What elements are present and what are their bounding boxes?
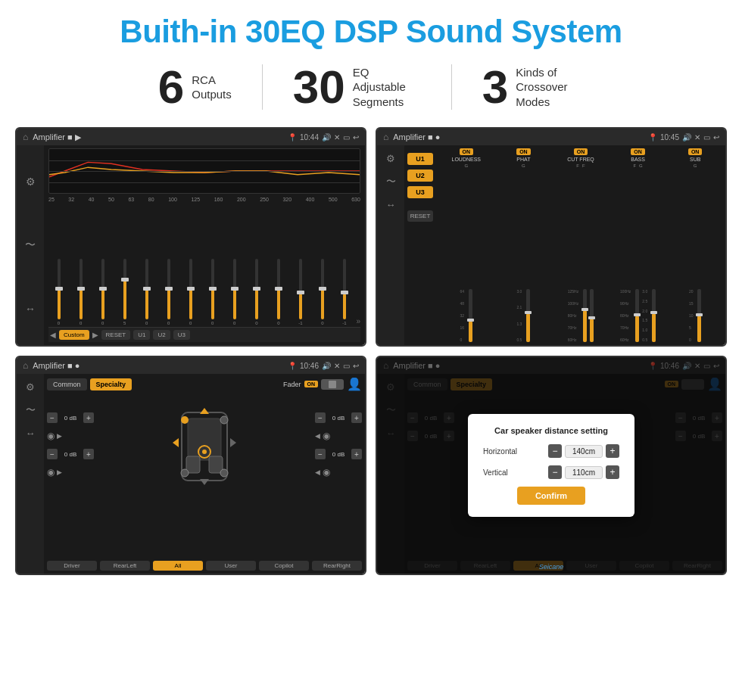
vol-increase-br[interactable]: + xyxy=(351,449,362,459)
slider-track-6[interactable] xyxy=(167,259,170,319)
ch-btn-driver[interactable]: Driver xyxy=(47,561,97,571)
sub-toggle[interactable]: ON xyxy=(688,148,703,155)
bass-slider2-track[interactable] xyxy=(652,289,656,342)
user-icon[interactable]: 👤 xyxy=(347,377,362,391)
slider-track-9[interactable] xyxy=(233,259,236,319)
amp-back-icon[interactable]: ↩ xyxy=(713,133,719,142)
slider-thumb-9[interactable] xyxy=(231,287,238,291)
slider-track-7[interactable] xyxy=(189,259,192,319)
vol-increase-tl[interactable]: + xyxy=(83,412,94,423)
slider-thumb-1[interactable] xyxy=(55,287,63,291)
slider-track-1[interactable] xyxy=(58,259,61,319)
dialog-confirm-button[interactable]: Confirm xyxy=(517,487,585,505)
dialog-vertical-decrease[interactable]: − xyxy=(548,465,562,479)
slider-track-2[interactable] xyxy=(80,259,83,319)
ch-btn-rearleft[interactable]: RearLeft xyxy=(100,561,150,571)
ch-btn-copilot[interactable]: Copilot xyxy=(259,561,309,571)
amp-home-icon[interactable]: ⌂ xyxy=(383,132,388,142)
slider-track-10[interactable] xyxy=(255,259,258,319)
eq-next-icon[interactable]: ▶ xyxy=(92,331,98,339)
loudness-slider-track[interactable] xyxy=(469,289,472,342)
bass-slider2-thumb[interactable] xyxy=(650,311,657,314)
eq-btn-u3[interactable]: U3 xyxy=(173,330,190,340)
bass-toggle[interactable]: ON xyxy=(631,148,645,155)
eq-btn-custom[interactable]: Custom xyxy=(59,330,89,340)
slider-track-13[interactable] xyxy=(321,259,324,319)
eq-sliders: 0 0 xyxy=(48,205,360,327)
eq-back-icon[interactable]: ↩ xyxy=(353,133,359,142)
slider-track-11[interactable] xyxy=(277,259,280,319)
eq-sidebar-icon-3[interactable]: ↔ xyxy=(25,303,36,315)
eq-arrow-right[interactable]: » xyxy=(356,317,360,325)
eq-btn-u1[interactable]: U1 xyxy=(133,330,150,340)
ch-btn-rearright[interactable]: RearRight xyxy=(312,561,362,571)
ch-btn-user[interactable]: User xyxy=(206,561,256,571)
slider-thumb-11[interactable] xyxy=(275,287,282,291)
vol-decrease-tl[interactable]: − xyxy=(47,412,58,423)
phat-slider-track[interactable] xyxy=(526,289,530,342)
phat-slider-thumb[interactable] xyxy=(525,311,532,314)
slider-thumb-2[interactable] xyxy=(77,287,85,291)
vol-decrease-bl[interactable]: − xyxy=(47,449,58,459)
amp-reset-btn[interactable]: RESET xyxy=(407,210,434,222)
amp-sidebar-icon-2[interactable]: 〜 xyxy=(386,175,396,188)
loudness-slider-thumb[interactable] xyxy=(467,319,474,322)
slider-track-14[interactable] xyxy=(343,259,346,319)
amp-preset-u3[interactable]: U3 xyxy=(407,186,433,198)
freq-25: 25 xyxy=(48,197,55,202)
slider-thumb-3[interactable] xyxy=(99,287,107,291)
eq-btn-reset[interactable]: RESET xyxy=(101,330,131,340)
eq-sidebar-icon-2[interactable]: 〜 xyxy=(25,238,36,252)
slider-thumb-8[interactable] xyxy=(209,287,217,291)
eq-prev-icon[interactable]: ◀ xyxy=(50,331,56,339)
speaker-home-icon[interactable]: ⌂ xyxy=(23,360,28,371)
dialog-vertical-increase[interactable]: + xyxy=(606,465,619,479)
slider-thumb-10[interactable] xyxy=(253,287,260,291)
slider-track-4[interactable] xyxy=(123,259,126,319)
phat-toggle[interactable]: ON xyxy=(516,148,531,155)
slider-thumb-4[interactable] xyxy=(121,278,129,282)
slider-track-5[interactable] xyxy=(145,259,148,319)
dialog-horizontal-decrease[interactable]: − xyxy=(548,444,562,458)
speaker-sidebar-icon-2[interactable]: 〜 xyxy=(26,403,36,417)
eq-btn-u2[interactable]: U2 xyxy=(153,330,170,340)
vol-decrease-br[interactable]: − xyxy=(315,449,326,459)
loudness-toggle[interactable]: ON xyxy=(460,148,474,155)
vol-increase-bl[interactable]: + xyxy=(83,449,94,459)
tab-common[interactable]: Common xyxy=(47,378,87,390)
speaker-back-icon[interactable]: ↩ xyxy=(353,362,359,370)
slider-thumb-5[interactable] xyxy=(143,287,151,291)
slider-thumb-13[interactable] xyxy=(319,287,326,291)
bass-slider1-thumb[interactable] xyxy=(634,313,641,316)
sub-slider-thumb[interactable] xyxy=(696,313,703,316)
amp-preset-u1[interactable]: U1 xyxy=(407,153,433,165)
cutfreq-slider2-track[interactable] xyxy=(590,289,594,342)
slider-track-8[interactable] xyxy=(211,259,214,319)
slider-track-3[interactable] xyxy=(101,259,104,319)
amp-sidebar-icon-3[interactable]: ↔ xyxy=(386,199,396,210)
cutfreq-toggle[interactable]: ON xyxy=(574,148,588,155)
slider-thumb-14[interactable] xyxy=(341,291,348,294)
amp-preset-u2[interactable]: U2 xyxy=(407,170,433,182)
slider-track-12[interactable] xyxy=(299,259,302,319)
eq-home-icon[interactable]: ⌂ xyxy=(23,132,28,142)
cutfreq-slider1-thumb[interactable] xyxy=(581,308,588,311)
vol-decrease-tr[interactable]: − xyxy=(315,412,326,423)
slider-thumb-7[interactable] xyxy=(187,287,195,291)
sub-slider-track[interactable] xyxy=(697,289,701,342)
tab-specialty[interactable]: Specialty xyxy=(90,378,132,390)
slider-thumb-12[interactable] xyxy=(297,291,304,294)
freq-320: 320 xyxy=(282,197,292,202)
dialog-horizontal-increase[interactable]: + xyxy=(606,444,619,458)
ch-btn-all[interactable]: All xyxy=(153,561,203,571)
slider-thumb-6[interactable] xyxy=(165,287,173,291)
bass-slider1-track[interactable] xyxy=(635,289,639,342)
vol-increase-tr[interactable]: + xyxy=(351,412,362,423)
cutfreq-slider2-thumb[interactable] xyxy=(588,316,595,319)
stat-eq-label: EQ AdjustableSegments xyxy=(353,65,421,110)
amp-sidebar-icon-1[interactable]: ⚙ xyxy=(386,153,395,164)
eq-sidebar-icon-1[interactable]: ⚙ xyxy=(26,176,36,188)
cutfreq-slider1-track[interactable] xyxy=(583,289,587,342)
speaker-sidebar-icon-3[interactable]: ↔ xyxy=(26,428,36,439)
speaker-sidebar-icon-1[interactable]: ⚙ xyxy=(26,381,35,393)
